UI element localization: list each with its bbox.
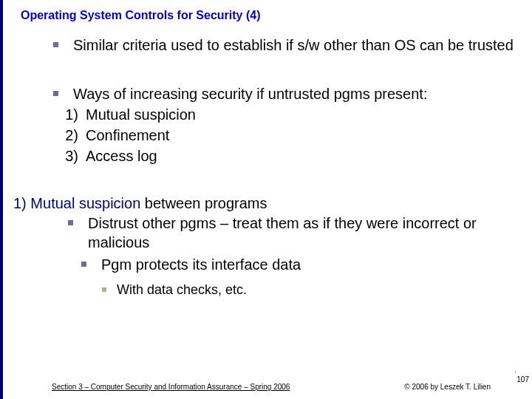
sub-text: Pgm protects its interface data [101,255,301,274]
list-number: 3) [61,146,86,166]
bullet-item-1: Similar criteria used to establish if s/… [53,35,532,55]
list-text: Access log [86,146,157,166]
footer-right: © 2006 by Leszek T. Lilien [404,383,491,391]
sub-text: Distrust other pgms – treat them as if t… [88,214,532,252]
list-text: Confinement [86,126,169,145]
section-prefix: 1) [13,195,30,211]
section-heading: 1) Mutual suspicion between programs [13,195,532,212]
list-item: 3) Access log [61,146,532,166]
bullet-text: Similar criteria used to establish if s/… [73,35,514,55]
list-number: 2) [61,126,86,145]
slide-title: Operating System Controls for Security (… [0,0,532,22]
sub-text: With data checks, etc. [117,282,247,299]
footer-left: Section 3 – Computer Security and Inform… [52,383,290,391]
section-suffix: between programs [140,195,267,211]
square-bullet-icon [102,287,106,292]
list-number: 1) [61,105,86,124]
section-highlight: Mutual suspicion [30,195,140,211]
sub-bullet-2: Pgm protects its interface data [81,255,532,274]
list-item: 1) Mutual suspicion [61,105,532,124]
square-bullet-icon [68,220,73,225]
bullet-item-2: Ways of increasing security if untrusted… [53,84,532,103]
slide-content: Similar criteria used to establish if s/… [0,22,532,299]
list-item: 2) Confinement [61,126,532,145]
list-text: Mutual suspicion [86,105,196,124]
tiny-mark: ' [514,370,516,377]
square-bullet-icon [81,262,86,267]
numbered-list: 1) Mutual suspicion 2) Confinement 3) Ac… [61,105,532,166]
page-number: 107 [516,375,529,383]
sub-bullet-3: With data checks, etc. [102,282,532,299]
bullet-text: Ways of increasing security if untrusted… [73,84,427,103]
square-bullet-icon [53,42,58,47]
square-bullet-icon [53,91,58,96]
sub-bullet-1: Distrust other pgms – treat them as if t… [68,214,532,252]
